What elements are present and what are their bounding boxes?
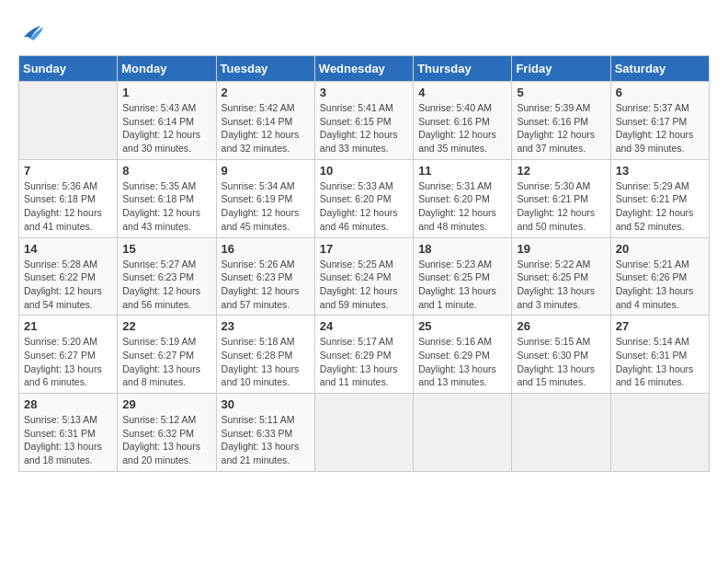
logo-icon xyxy=(18,18,46,46)
day-info: Sunrise: 5:11 AMSunset: 6:33 PMDaylight:… xyxy=(222,413,310,467)
day-number: 13 xyxy=(616,164,704,178)
calendar-cell: 11Sunrise: 5:31 AMSunset: 6:20 PMDayligh… xyxy=(414,159,512,237)
calendar-cell: 25Sunrise: 5:16 AMSunset: 6:29 PMDayligh… xyxy=(414,316,512,394)
day-info: Sunrise: 5:22 AMSunset: 6:25 PMDaylight:… xyxy=(517,258,605,312)
day-info: Sunrise: 5:16 AMSunset: 6:29 PMDaylight:… xyxy=(418,335,506,389)
calendar-cell: 12Sunrise: 5:30 AMSunset: 6:21 PMDayligh… xyxy=(512,159,610,237)
day-info: Sunrise: 5:36 AMSunset: 6:18 PMDaylight:… xyxy=(24,179,112,234)
calendar-cell: 6Sunrise: 5:37 AMSunset: 6:17 PMDaylight… xyxy=(610,82,709,160)
calendar-cell: 5Sunrise: 5:39 AMSunset: 6:16 PMDaylight… xyxy=(512,82,610,160)
logo xyxy=(18,18,50,46)
day-info: Sunrise: 5:14 AMSunset: 6:31 PMDaylight:… xyxy=(616,335,704,389)
day-info: Sunrise: 5:30 AMSunset: 6:21 PMDaylight:… xyxy=(517,179,605,234)
page-header xyxy=(18,18,710,46)
day-number: 30 xyxy=(222,397,310,411)
calendar-cell: 4Sunrise: 5:40 AMSunset: 6:16 PMDaylight… xyxy=(414,82,512,160)
calendar-table: SundayMondayTuesdayWednesdayThursdayFrid… xyxy=(18,55,710,472)
calendar-week-2: 7Sunrise: 5:36 AMSunset: 6:18 PMDaylight… xyxy=(19,159,710,237)
day-info: Sunrise: 5:21 AMSunset: 6:26 PMDaylight:… xyxy=(616,258,704,312)
calendar-cell: 24Sunrise: 5:17 AMSunset: 6:29 PMDayligh… xyxy=(314,316,413,394)
calendar-cell: 9Sunrise: 5:34 AMSunset: 6:19 PMDaylight… xyxy=(216,159,314,237)
day-number: 2 xyxy=(222,86,310,99)
calendar-week-5: 28Sunrise: 5:13 AMSunset: 6:31 PMDayligh… xyxy=(19,394,710,472)
calendar-cell: 15Sunrise: 5:27 AMSunset: 6:23 PMDayligh… xyxy=(118,237,216,316)
day-number: 28 xyxy=(24,397,112,411)
day-info: Sunrise: 5:26 AMSunset: 6:23 PMDaylight:… xyxy=(222,258,310,312)
day-number: 15 xyxy=(122,242,210,256)
calendar-cell: 21Sunrise: 5:20 AMSunset: 6:27 PMDayligh… xyxy=(19,316,118,394)
day-info: Sunrise: 5:23 AMSunset: 6:25 PMDaylight:… xyxy=(418,258,506,312)
header-friday: Friday xyxy=(512,56,610,82)
day-info: Sunrise: 5:33 AMSunset: 6:20 PMDaylight:… xyxy=(320,179,408,234)
calendar-cell: 1Sunrise: 5:43 AMSunset: 6:14 PMDaylight… xyxy=(118,82,216,160)
day-number: 21 xyxy=(24,319,112,333)
day-number: 26 xyxy=(517,319,605,333)
day-info: Sunrise: 5:12 AMSunset: 6:32 PMDaylight:… xyxy=(122,413,210,467)
day-info: Sunrise: 5:39 AMSunset: 6:16 PMDaylight:… xyxy=(517,101,605,155)
calendar-cell: 28Sunrise: 5:13 AMSunset: 6:31 PMDayligh… xyxy=(19,394,118,472)
day-info: Sunrise: 5:25 AMSunset: 6:24 PMDaylight:… xyxy=(320,258,408,312)
calendar-week-3: 14Sunrise: 5:28 AMSunset: 6:22 PMDayligh… xyxy=(19,237,710,316)
day-number: 3 xyxy=(320,86,408,99)
calendar-cell: 19Sunrise: 5:22 AMSunset: 6:25 PMDayligh… xyxy=(512,237,610,316)
day-info: Sunrise: 5:43 AMSunset: 6:14 PMDaylight:… xyxy=(122,101,210,155)
calendar-body: 1Sunrise: 5:43 AMSunset: 6:14 PMDaylight… xyxy=(19,82,710,472)
day-number: 29 xyxy=(122,397,210,411)
header-wednesday: Wednesday xyxy=(314,56,413,82)
day-info: Sunrise: 5:37 AMSunset: 6:17 PMDaylight:… xyxy=(616,101,704,155)
calendar-week-4: 21Sunrise: 5:20 AMSunset: 6:27 PMDayligh… xyxy=(19,316,710,394)
day-info: Sunrise: 5:15 AMSunset: 6:30 PMDaylight:… xyxy=(517,335,605,389)
calendar-cell: 22Sunrise: 5:19 AMSunset: 6:27 PMDayligh… xyxy=(118,316,216,394)
day-number: 22 xyxy=(122,319,210,333)
day-number: 16 xyxy=(222,242,310,256)
calendar-week-1: 1Sunrise: 5:43 AMSunset: 6:14 PMDaylight… xyxy=(19,82,710,160)
day-info: Sunrise: 5:13 AMSunset: 6:31 PMDaylight:… xyxy=(24,413,112,467)
calendar-cell: 10Sunrise: 5:33 AMSunset: 6:20 PMDayligh… xyxy=(314,159,413,237)
calendar-cell: 29Sunrise: 5:12 AMSunset: 6:32 PMDayligh… xyxy=(118,394,216,472)
day-number: 8 xyxy=(122,164,210,178)
header-tuesday: Tuesday xyxy=(216,56,314,82)
day-info: Sunrise: 5:27 AMSunset: 6:23 PMDaylight:… xyxy=(122,258,210,312)
day-number: 4 xyxy=(418,86,506,99)
day-number: 17 xyxy=(320,242,408,256)
day-number: 27 xyxy=(616,319,704,333)
day-info: Sunrise: 5:34 AMSunset: 6:19 PMDaylight:… xyxy=(222,179,310,234)
calendar-cell: 3Sunrise: 5:41 AMSunset: 6:15 PMDaylight… xyxy=(314,82,413,160)
day-number: 11 xyxy=(418,164,506,178)
day-number: 23 xyxy=(222,319,310,333)
day-info: Sunrise: 5:20 AMSunset: 6:27 PMDaylight:… xyxy=(24,335,112,389)
day-info: Sunrise: 5:19 AMSunset: 6:27 PMDaylight:… xyxy=(122,335,210,389)
calendar-cell: 13Sunrise: 5:29 AMSunset: 6:21 PMDayligh… xyxy=(610,159,709,237)
calendar-cell: 2Sunrise: 5:42 AMSunset: 6:14 PMDaylight… xyxy=(216,82,314,160)
day-number: 12 xyxy=(517,164,605,178)
day-number: 20 xyxy=(616,242,704,256)
day-number: 6 xyxy=(616,86,704,99)
calendar-cell: 17Sunrise: 5:25 AMSunset: 6:24 PMDayligh… xyxy=(314,237,413,316)
day-info: Sunrise: 5:29 AMSunset: 6:21 PMDaylight:… xyxy=(616,179,704,234)
day-number: 7 xyxy=(24,164,112,178)
calendar-cell: 16Sunrise: 5:26 AMSunset: 6:23 PMDayligh… xyxy=(216,237,314,316)
header-sunday: Sunday xyxy=(19,56,118,82)
header-monday: Monday xyxy=(118,56,216,82)
calendar-cell: 27Sunrise: 5:14 AMSunset: 6:31 PMDayligh… xyxy=(610,316,709,394)
day-info: Sunrise: 5:28 AMSunset: 6:22 PMDaylight:… xyxy=(24,258,112,312)
day-info: Sunrise: 5:40 AMSunset: 6:16 PMDaylight:… xyxy=(418,101,506,155)
calendar-cell: 8Sunrise: 5:35 AMSunset: 6:18 PMDaylight… xyxy=(118,159,216,237)
day-info: Sunrise: 5:18 AMSunset: 6:28 PMDaylight:… xyxy=(222,335,310,389)
day-number: 5 xyxy=(517,86,605,99)
day-number: 1 xyxy=(122,86,210,99)
day-info: Sunrise: 5:31 AMSunset: 6:20 PMDaylight:… xyxy=(418,179,506,234)
day-number: 19 xyxy=(517,242,605,256)
calendar-cell: 23Sunrise: 5:18 AMSunset: 6:28 PMDayligh… xyxy=(216,316,314,394)
day-info: Sunrise: 5:17 AMSunset: 6:29 PMDaylight:… xyxy=(320,335,408,389)
calendar-cell: 14Sunrise: 5:28 AMSunset: 6:22 PMDayligh… xyxy=(19,237,118,316)
day-number: 10 xyxy=(320,164,408,178)
calendar-cell xyxy=(19,82,118,160)
day-info: Sunrise: 5:41 AMSunset: 6:15 PMDaylight:… xyxy=(320,101,408,155)
calendar-cell: 7Sunrise: 5:36 AMSunset: 6:18 PMDaylight… xyxy=(19,159,118,237)
calendar-cell: 20Sunrise: 5:21 AMSunset: 6:26 PMDayligh… xyxy=(610,237,709,316)
header-saturday: Saturday xyxy=(610,56,709,82)
header-thursday: Thursday xyxy=(414,56,512,82)
day-number: 25 xyxy=(418,319,506,333)
calendar-cell xyxy=(414,394,512,472)
